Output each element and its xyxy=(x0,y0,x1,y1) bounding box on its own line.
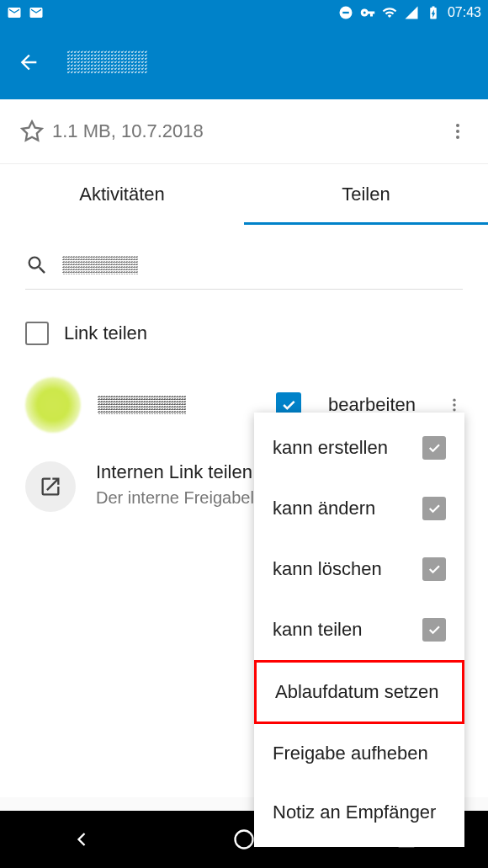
popup-note[interactable]: Notiz an Empfänger xyxy=(254,783,464,842)
dnd-icon xyxy=(338,5,353,20)
svg-point-6 xyxy=(453,403,455,406)
popup-can-change[interactable]: kann ändern xyxy=(254,478,464,539)
popup-unshare[interactable]: Freigabe aufheben xyxy=(254,724,464,783)
share-link-checkbox[interactable] xyxy=(25,322,49,345)
mail-icon xyxy=(29,5,44,20)
file-date: 10.7.2018 xyxy=(121,120,204,141)
search-icon xyxy=(25,253,49,277)
back-arrow-icon[interactable] xyxy=(17,51,40,74)
key-icon xyxy=(360,5,375,20)
wifi-icon xyxy=(382,5,397,20)
mail-icon xyxy=(7,5,22,20)
status-right: 07:43 xyxy=(338,5,481,20)
nav-home-icon[interactable] xyxy=(232,828,256,851)
svg-point-7 xyxy=(453,408,455,411)
check-icon xyxy=(422,497,446,520)
share-link-label: Link teilen xyxy=(64,322,147,344)
popup-set-expiry[interactable]: Ablaufdatum setzen xyxy=(254,660,464,724)
popup-can-share[interactable]: kann teilen xyxy=(254,599,464,660)
svg-point-4 xyxy=(456,136,459,139)
popup-menu: kann erstellen kann ändern kann löschen … xyxy=(254,413,464,847)
internal-link-icon-wrap xyxy=(25,461,76,512)
check-icon xyxy=(422,618,446,642)
signal-icon xyxy=(404,5,419,20)
share-link-row[interactable]: Link teilen xyxy=(25,306,463,360)
svg-point-2 xyxy=(456,124,459,127)
tab-activity[interactable]: Aktivitäten xyxy=(0,164,244,225)
check-icon xyxy=(422,436,446,460)
check-icon xyxy=(422,557,446,581)
status-bar: 07:43 xyxy=(0,0,488,25)
app-title xyxy=(67,51,147,74)
status-time: 07:43 xyxy=(448,5,481,20)
popup-can-create[interactable]: kann erstellen xyxy=(254,418,464,478)
tabs: Aktivitäten Teilen xyxy=(0,164,488,225)
battery-charging-icon xyxy=(426,5,441,20)
file-meta: 1.1 MB, 10.7.2018 xyxy=(52,120,204,142)
more-vert-icon[interactable] xyxy=(446,397,463,413)
file-header: 1.1 MB, 10.7.2018 xyxy=(0,99,488,164)
file-size: 1.1 MB xyxy=(52,120,111,141)
svg-point-3 xyxy=(456,130,459,133)
avatar xyxy=(25,377,81,433)
search-row[interactable] xyxy=(25,242,463,290)
svg-point-5 xyxy=(453,399,455,402)
svg-rect-1 xyxy=(342,12,349,13)
nav-back-icon[interactable] xyxy=(70,828,93,851)
svg-point-8 xyxy=(235,831,252,849)
user-name xyxy=(98,396,186,414)
popup-can-delete[interactable]: kann löschen xyxy=(254,539,464,599)
star-outline-icon[interactable] xyxy=(20,120,44,143)
app-bar xyxy=(0,25,488,99)
external-link-icon xyxy=(39,475,62,498)
tab-share[interactable]: Teilen xyxy=(244,164,488,225)
status-left xyxy=(7,5,44,20)
search-input[interactable] xyxy=(62,256,138,274)
more-vert-icon[interactable] xyxy=(448,121,468,141)
